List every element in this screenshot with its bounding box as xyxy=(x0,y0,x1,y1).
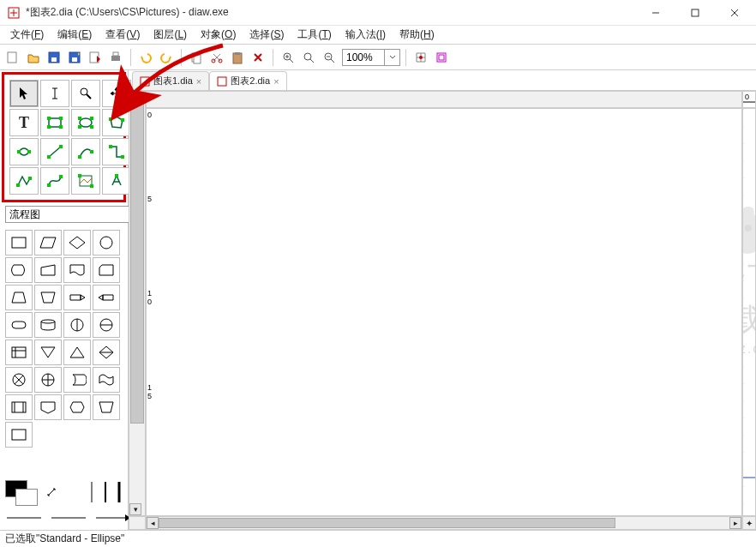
shape-predefined[interactable] xyxy=(5,394,33,420)
shape-parallelogram[interactable] xyxy=(34,230,62,255)
box-tool[interactable] xyxy=(40,109,69,136)
open-button[interactable] xyxy=(24,48,43,67)
ruler-horizontal[interactable]: 0 5 10 15 20 25 30 xyxy=(742,91,756,108)
undo-button[interactable] xyxy=(136,48,155,67)
swap-colors-icon[interactable] xyxy=(46,487,57,500)
shape-punched[interactable] xyxy=(5,422,33,448)
cut-button[interactable] xyxy=(207,48,226,67)
menu-view[interactable]: 查看(V) xyxy=(99,26,147,44)
minimize-button[interactable] xyxy=(636,0,675,26)
canvas[interactable]: 安下载 anxz.com xyxy=(742,108,756,516)
beziergon-tool[interactable] xyxy=(9,138,39,165)
shape-category-combo[interactable] xyxy=(5,206,123,223)
scroll-tool[interactable] xyxy=(102,80,131,107)
ellipse-tool[interactable] xyxy=(71,109,100,136)
shape-trapezoid2[interactable] xyxy=(34,285,62,310)
line-style-thin[interactable] xyxy=(88,482,95,505)
maximize-button[interactable] xyxy=(675,0,715,26)
br-corner[interactable]: ✦ xyxy=(742,516,756,530)
paste-button[interactable] xyxy=(228,48,247,67)
menu-help[interactable]: 帮助(H) xyxy=(393,26,441,44)
shape-trapezoid1[interactable] xyxy=(5,285,33,310)
shape-internal[interactable] xyxy=(5,340,33,365)
scrollbar-vertical[interactable]: ▴ ▾ xyxy=(129,91,146,516)
close-button[interactable] xyxy=(715,0,754,26)
shape-document[interactable] xyxy=(63,257,91,283)
delete-button[interactable] xyxy=(249,48,267,67)
bezier-tool[interactable] xyxy=(40,167,69,195)
export-button[interactable] xyxy=(86,48,105,67)
arrow-start-none[interactable] xyxy=(7,513,41,525)
copy-button[interactable] xyxy=(187,48,206,67)
shape-or[interactable] xyxy=(63,312,91,338)
fg-bg-swatch[interactable] xyxy=(5,480,39,506)
arc-tool[interactable] xyxy=(71,138,100,165)
pointer-tool[interactable] xyxy=(9,80,39,107)
zoom-fit-button[interactable] xyxy=(299,48,318,67)
shape-offpage[interactable] xyxy=(34,394,62,420)
object-snap-button[interactable] xyxy=(432,48,451,67)
new-diagram-button[interactable] xyxy=(3,48,22,67)
line-style-med[interactable] xyxy=(102,482,109,505)
polygon-tool[interactable] xyxy=(102,109,131,136)
scrollbar-horizontal[interactable]: ◂ ▸ xyxy=(146,516,742,530)
shape-offpage-r[interactable] xyxy=(93,285,120,310)
zoom-combo[interactable] xyxy=(342,49,400,66)
shape-decision[interactable] xyxy=(63,230,91,255)
menu-file[interactable]: 文件(F) xyxy=(3,26,51,44)
zoom-dropdown-icon[interactable] xyxy=(385,49,400,66)
text-tool[interactable]: T xyxy=(9,109,39,136)
shape-manual-op[interactable] xyxy=(93,394,120,420)
arrow-end-arrow[interactable] xyxy=(96,513,130,525)
tab-close-icon[interactable]: × xyxy=(196,76,201,87)
save-button[interactable] xyxy=(45,48,63,67)
shape-summing[interactable] xyxy=(93,312,120,338)
menu-select[interactable]: 选择(S) xyxy=(243,26,291,44)
save-as-button[interactable] xyxy=(65,48,84,67)
menu-tools[interactable]: 工具(T) xyxy=(291,26,338,44)
menu-edit[interactable]: 编辑(E) xyxy=(51,26,99,44)
shape-offpage-l[interactable] xyxy=(63,285,91,310)
outline-tool[interactable] xyxy=(102,167,131,195)
menu-objects[interactable]: 对象(O) xyxy=(194,26,243,44)
scroll-down-icon[interactable]: ▾ xyxy=(129,503,141,515)
shape-collate-x[interactable] xyxy=(5,367,33,393)
zoom-input[interactable] xyxy=(342,49,385,66)
shape-display[interactable] xyxy=(5,257,33,283)
scroll-left-icon[interactable]: ◂ xyxy=(147,517,159,529)
scroll-up-icon[interactable]: ▴ xyxy=(129,92,141,104)
zigzag-tool[interactable] xyxy=(102,138,131,165)
arrow-mid-none[interactable] xyxy=(51,513,86,525)
line-tool[interactable] xyxy=(40,138,69,165)
shape-merge[interactable] xyxy=(34,340,62,365)
image-tool[interactable] xyxy=(71,167,100,195)
shape-category-input[interactable] xyxy=(5,206,142,223)
shape-database[interactable] xyxy=(34,312,62,338)
print-button[interactable] xyxy=(106,48,125,67)
tab-diagram-2[interactable]: 图表2.dia × xyxy=(209,71,286,90)
menu-input[interactable]: 输入法(I) xyxy=(339,26,393,44)
scroll-right-icon[interactable]: ▸ xyxy=(729,517,741,529)
shape-connector[interactable] xyxy=(93,230,120,255)
shape-terminal[interactable] xyxy=(5,312,33,338)
shape-stored[interactable] xyxy=(63,367,91,393)
shape-extract[interactable] xyxy=(63,340,91,365)
shape-collate-plus[interactable] xyxy=(34,367,62,393)
ruler-vertical[interactable]: 0 5 10 15 xyxy=(146,108,742,516)
zoom-in-button[interactable] xyxy=(279,48,297,67)
menu-layers[interactable]: 图层(L) xyxy=(147,26,194,44)
line-style-thick[interactable] xyxy=(116,482,123,505)
shape-card[interactable] xyxy=(93,257,120,283)
shape-tape[interactable] xyxy=(93,367,120,393)
text-edit-tool[interactable] xyxy=(40,80,69,107)
shape-sort[interactable] xyxy=(93,340,120,365)
snap-to-grid-button[interactable] xyxy=(411,48,430,67)
redo-button[interactable] xyxy=(157,48,176,67)
zoom-out-button[interactable] xyxy=(320,48,339,67)
shape-preparation[interactable] xyxy=(63,394,91,420)
tab-close-icon[interactable]: × xyxy=(273,76,279,87)
shape-process[interactable] xyxy=(5,230,33,255)
polyline-tool[interactable] xyxy=(9,167,39,195)
tab-diagram-1[interactable]: 图表1.dia × xyxy=(132,71,209,90)
shape-manual-input[interactable] xyxy=(34,257,62,283)
